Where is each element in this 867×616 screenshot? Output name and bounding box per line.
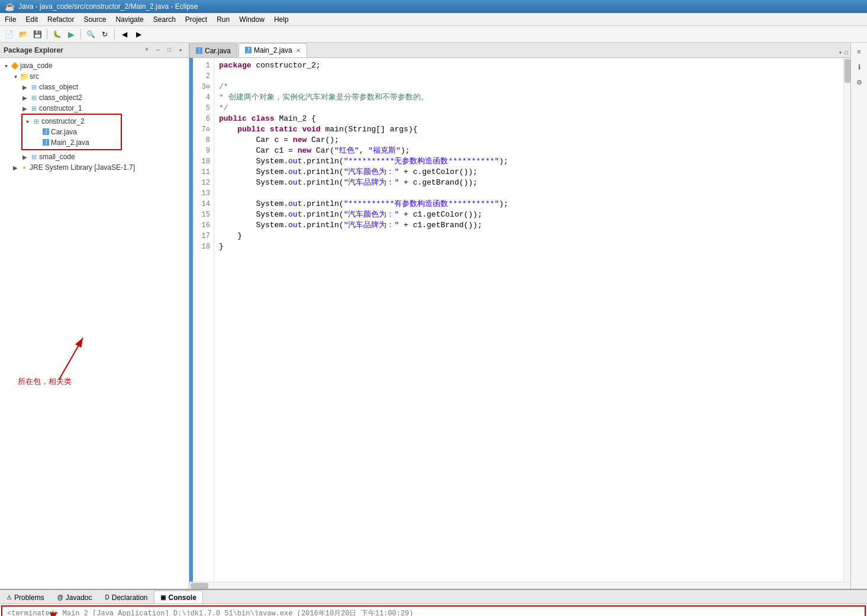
toolbar-new-btn[interactable]: 📄 — [2, 28, 15, 41]
tab-label-car: Car.java — [205, 47, 231, 55]
code-line-4: * 创建两个对象，实例化汽车对象是分带参数和不带参数的。 — [219, 92, 839, 103]
tree-item-class-object2[interactable]: ▶ ⊞ class_object2 — [0, 92, 189, 103]
package-tree[interactable]: ▾ 🔶 java_code ▾ 📁 src ▶ ⊞ class_object — [0, 58, 189, 326]
toggle-constructor-1[interactable]: ▶ — [21, 105, 28, 112]
menu-search[interactable]: Search — [149, 13, 181, 25]
main-container: Package Explorer × — □ ▾ ▾ 🔶 java_code ▾ — [0, 43, 867, 589]
toolbar-back-btn[interactable]: ◀ — [118, 28, 131, 41]
menu-file[interactable]: File — [0, 13, 21, 25]
tab-label-console: Console — [168, 594, 196, 602]
tab-console[interactable]: ▣ Console — [154, 591, 202, 604]
src-icon: 📁 — [19, 72, 30, 81]
toggle-small-code[interactable]: ▶ — [21, 154, 28, 160]
menu-help[interactable]: Help — [269, 13, 294, 25]
bottom-panel-tabs: ⚠ Problems @ Javadoc D Declaration ▣ Con… — [0, 590, 867, 604]
console-output-area[interactable]: <terminated> Main_2 [Java Application] D… — [1, 605, 866, 616]
jre-icon: 🔸 — [19, 163, 30, 172]
window-icon: ☕ — [5, 2, 15, 11]
console-content-wrapper: <terminated> Main_2 [Java Application] D… — [0, 604, 867, 616]
tree-item-constructor-1[interactable]: ▶ ⊞ constructor_1 — [0, 103, 189, 114]
code-line-15: System.out.println("汽车颜色为：" + c1.getColo… — [219, 209, 839, 220]
toolbar-debug-btn[interactable]: 🐛 — [50, 28, 63, 41]
code-line-17: } — [219, 231, 839, 241]
menu-source[interactable]: Source — [79, 13, 111, 25]
editor-vscrollbar[interactable] — [843, 58, 850, 582]
tab-declaration[interactable]: D Declaration — [99, 591, 154, 604]
toolbar: 📄 📂 💾 🐛 ▶ 🔍 ↻ ◀ ▶ — [0, 26, 867, 43]
line-num-14: 14 — [196, 199, 210, 209]
code-line-9: Car c1 = new Car("红色", "福克斯"); — [219, 146, 839, 156]
line-num-15: 15 — [196, 209, 210, 220]
menu-run[interactable]: Run — [212, 13, 234, 25]
tab-label-javadoc: Javadoc — [66, 594, 92, 602]
package-explorer-header: Package Explorer × — □ ▾ — [0, 43, 189, 58]
toolbar-sep-3 — [114, 29, 115, 40]
panel-minimize-icon[interactable]: — — [153, 46, 163, 55]
hscrollbar-thumb[interactable] — [191, 583, 208, 589]
toolbar-save-btn[interactable]: 💾 — [31, 28, 44, 41]
panel-header-icons: × — □ ▾ — [142, 46, 185, 55]
right-sidebar-btn-1[interactable]: ≡ — [853, 45, 866, 58]
panel-maximize-icon[interactable]: □ — [165, 46, 174, 55]
tab-car-java[interactable]: 🅹 Car.java — [189, 43, 237, 57]
code-line-7: public static void main(String[] args){ — [219, 124, 839, 135]
tab-javadoc[interactable]: @ Javadoc — [51, 591, 99, 604]
tree-item-java-code[interactable]: ▾ 🔶 java_code — [0, 60, 189, 71]
package-icon-class-object2: ⊞ — [28, 93, 39, 102]
code-line-18: } — [219, 241, 839, 252]
javadoc-icon: @ — [57, 594, 63, 601]
menu-window[interactable]: Window — [234, 13, 269, 25]
label-small-code: small_code — [39, 153, 75, 161]
tree-item-src[interactable]: ▾ 📁 src — [0, 71, 189, 82]
tab-list-btn[interactable]: ▾ — [839, 49, 842, 56]
tree-item-small-code[interactable]: ▶ ⊞ small_code — [0, 151, 189, 162]
toggle-constructor-2[interactable]: ▾ — [24, 118, 31, 125]
tree-item-constructor-2[interactable]: ▾ ⊞ constructor_2 — [24, 116, 120, 127]
line-num-9: 9 — [196, 146, 210, 156]
toolbar-forward-btn[interactable]: ▶ — [132, 28, 145, 41]
toggle-class-object2[interactable]: ▶ — [21, 95, 28, 101]
editor-hscrollbar[interactable] — [189, 582, 850, 589]
right-sidebar-btn-2[interactable]: ℹ — [853, 60, 866, 73]
code-content-area[interactable]: package constructor_2; /* * 创建两个对象，实例化汽车… — [214, 58, 843, 582]
tab-icon-car: 🅹 — [196, 47, 202, 54]
menu-refactor[interactable]: Refactor — [43, 13, 79, 25]
toolbar-open-btn[interactable]: 📂 — [17, 28, 30, 41]
toggle-src[interactable]: ▾ — [12, 73, 19, 80]
line-num-5: 5 — [196, 103, 210, 114]
right-sidebar-btn-3[interactable]: ⚙ — [853, 76, 866, 89]
vscrollbar-thumb[interactable] — [845, 59, 850, 83]
declaration-icon: D — [105, 594, 109, 601]
toggle-class-object[interactable]: ▶ — [21, 84, 28, 91]
package-icon-constructor-1: ⊞ — [28, 104, 39, 113]
code-editor[interactable]: 1 2 3⊖ 4 5 6 7⊖ 8 9 10 11 12 13 14 15 16… — [189, 58, 850, 582]
problems-icon: ⚠ — [7, 594, 12, 601]
window-title: Java - java_code/src/constructor_2/Main_… — [18, 2, 198, 11]
label-class-object2: class_object2 — [39, 93, 82, 102]
menu-project[interactable]: Project — [181, 13, 212, 25]
toolbar-refresh-btn[interactable]: ↻ — [98, 28, 111, 41]
tab-problems[interactable]: ⚠ Problems — [0, 591, 51, 604]
tree-item-class-object[interactable]: ▶ ⊞ class_object — [0, 82, 189, 92]
toggle-jre[interactable]: ▶ — [12, 165, 19, 171]
tab-close-main2[interactable]: ✕ — [296, 47, 301, 54]
toolbar-run-btn[interactable]: ▶ — [65, 28, 78, 41]
tree-item-car-java[interactable]: 🅹 Car.java — [24, 127, 120, 137]
panel-menu-icon[interactable]: ▾ — [176, 46, 185, 55]
tab-main2-java[interactable]: 🅹 Main_2.java ✕ — [238, 43, 307, 57]
panel-collapse-icon[interactable]: × — [142, 46, 152, 55]
tab-maximize-btn[interactable]: □ — [845, 50, 848, 56]
tree-item-jre[interactable]: ▶ 🔸 JRE System Library [JavaSE-1.7] — [0, 162, 189, 173]
tree-item-main2-java[interactable]: 🅹 Main_2.java — [24, 137, 120, 148]
label-car-java: Car.java — [51, 128, 77, 136]
svg-line-1 — [59, 338, 83, 379]
label-constructor-1: constructor_1 — [39, 104, 82, 112]
menu-navigate[interactable]: Navigate — [111, 13, 148, 25]
right-sidebar: ≡ ℹ ⚙ — [850, 43, 867, 589]
menu-edit[interactable]: Edit — [21, 13, 43, 25]
toggle-java-code[interactable]: ▾ — [2, 63, 9, 69]
tab-label-declaration: Declaration — [112, 594, 148, 602]
toolbar-search-btn[interactable]: 🔍 — [84, 28, 97, 41]
code-line-10: System.out.println("**********无参数构造函数***… — [219, 156, 839, 167]
code-line-13 — [219, 188, 839, 199]
